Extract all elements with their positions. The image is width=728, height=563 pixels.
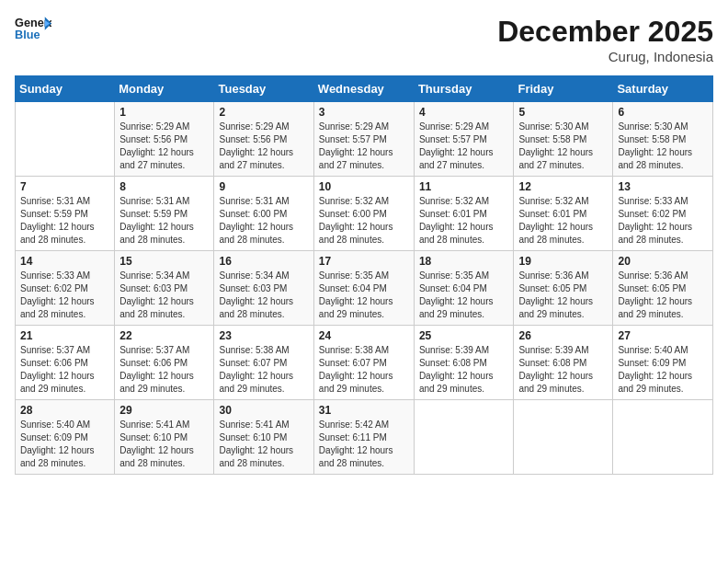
calendar-cell [613,400,713,475]
day-number: 22 [119,329,209,342]
logo: General Blue [15,15,51,42]
cell-content: Sunrise: 5:30 AM Sunset: 5:58 PM Dayligh… [618,121,708,172]
calendar-week-row: 7Sunrise: 5:31 AM Sunset: 5:59 PM Daylig… [16,177,713,251]
weekday-header: Saturday [613,76,713,102]
calendar-cell [414,400,514,475]
day-number: 28 [20,404,109,417]
day-number: 5 [518,106,608,119]
day-number: 2 [219,106,308,119]
calendar-cell: 29Sunrise: 5:41 AM Sunset: 6:10 PM Dayli… [115,400,214,475]
day-number: 12 [518,180,608,193]
cell-content: Sunrise: 5:32 AM Sunset: 6:01 PM Dayligh… [419,195,509,247]
cell-content: Sunrise: 5:38 AM Sunset: 6:07 PM Dayligh… [219,344,308,396]
cell-content: Sunrise: 5:29 AM Sunset: 5:57 PM Dayligh… [319,121,409,172]
cell-content: Sunrise: 5:34 AM Sunset: 6:03 PM Dayligh… [219,270,308,321]
calendar-cell: 30Sunrise: 5:41 AM Sunset: 6:10 PM Dayli… [214,400,313,475]
day-number: 11 [419,180,509,193]
calendar-table: SundayMondayTuesdayWednesdayThursdayFrid… [15,75,713,475]
cell-content: Sunrise: 5:37 AM Sunset: 6:06 PM Dayligh… [119,344,209,396]
calendar-cell: 22Sunrise: 5:37 AM Sunset: 6:06 PM Dayli… [115,326,214,400]
calendar-week-row: 1Sunrise: 5:29 AM Sunset: 5:56 PM Daylig… [16,102,713,177]
calendar-cell: 27Sunrise: 5:40 AM Sunset: 6:09 PM Dayli… [613,326,713,400]
day-number: 27 [618,329,708,342]
day-number: 13 [618,180,708,193]
day-number: 15 [119,255,209,268]
cell-content: Sunrise: 5:35 AM Sunset: 6:04 PM Dayligh… [419,270,509,321]
cell-content: Sunrise: 5:33 AM Sunset: 6:02 PM Dayligh… [20,270,109,321]
calendar-cell: 15Sunrise: 5:34 AM Sunset: 6:03 PM Dayli… [115,251,214,326]
calendar-cell: 21Sunrise: 5:37 AM Sunset: 6:06 PM Dayli… [16,326,115,400]
day-number: 26 [518,329,608,342]
weekday-header: Tuesday [214,76,313,102]
day-number: 4 [419,106,509,119]
calendar-header: SundayMondayTuesdayWednesdayThursdayFrid… [16,76,713,102]
calendar-cell: 10Sunrise: 5:32 AM Sunset: 6:00 PM Dayli… [313,177,414,251]
cell-content: Sunrise: 5:40 AM Sunset: 6:09 PM Dayligh… [618,344,708,396]
day-number: 30 [219,404,308,417]
calendar-cell: 18Sunrise: 5:35 AM Sunset: 6:04 PM Dayli… [414,251,514,326]
weekday-header: Thursday [414,76,514,102]
cell-content: Sunrise: 5:40 AM Sunset: 6:09 PM Dayligh… [20,419,109,470]
cell-content: Sunrise: 5:31 AM Sunset: 6:00 PM Dayligh… [219,195,308,247]
calendar-cell: 4Sunrise: 5:29 AM Sunset: 5:57 PM Daylig… [414,102,514,177]
calendar-cell: 25Sunrise: 5:39 AM Sunset: 6:08 PM Dayli… [414,326,514,400]
day-number: 14 [20,255,109,268]
calendar-cell: 3Sunrise: 5:29 AM Sunset: 5:57 PM Daylig… [313,102,414,177]
cell-content: Sunrise: 5:41 AM Sunset: 6:10 PM Dayligh… [119,419,209,470]
cell-content: Sunrise: 5:36 AM Sunset: 6:05 PM Dayligh… [618,270,708,321]
calendar-cell: 31Sunrise: 5:42 AM Sunset: 6:11 PM Dayli… [313,400,414,475]
day-number: 8 [119,180,209,193]
weekday-header: Monday [115,76,214,102]
calendar-cell: 6Sunrise: 5:30 AM Sunset: 5:58 PM Daylig… [613,102,713,177]
day-number: 1 [119,106,209,119]
calendar-cell: 23Sunrise: 5:38 AM Sunset: 6:07 PM Dayli… [214,326,313,400]
calendar-week-row: 21Sunrise: 5:37 AM Sunset: 6:06 PM Dayli… [16,326,713,400]
cell-content: Sunrise: 5:39 AM Sunset: 6:08 PM Dayligh… [419,344,509,396]
cell-content: Sunrise: 5:29 AM Sunset: 5:56 PM Dayligh… [219,121,308,172]
weekday-header: Friday [514,76,613,102]
calendar-cell: 26Sunrise: 5:39 AM Sunset: 6:08 PM Dayli… [514,326,613,400]
day-number: 6 [618,106,708,119]
calendar-cell: 13Sunrise: 5:33 AM Sunset: 6:02 PM Dayli… [613,177,713,251]
calendar-cell: 8Sunrise: 5:31 AM Sunset: 5:59 PM Daylig… [115,177,214,251]
cell-content: Sunrise: 5:39 AM Sunset: 6:08 PM Dayligh… [518,344,608,396]
day-number: 24 [319,329,409,342]
calendar-cell: 17Sunrise: 5:35 AM Sunset: 6:04 PM Dayli… [313,251,414,326]
day-number: 10 [319,180,409,193]
calendar-cell: 16Sunrise: 5:34 AM Sunset: 6:03 PM Dayli… [214,251,313,326]
calendar-cell: 2Sunrise: 5:29 AM Sunset: 5:56 PM Daylig… [214,102,313,177]
cell-content: Sunrise: 5:42 AM Sunset: 6:11 PM Dayligh… [319,419,409,470]
calendar-week-row: 14Sunrise: 5:33 AM Sunset: 6:02 PM Dayli… [16,251,713,326]
cell-content: Sunrise: 5:34 AM Sunset: 6:03 PM Dayligh… [119,270,209,321]
cell-content: Sunrise: 5:41 AM Sunset: 6:10 PM Dayligh… [219,419,308,470]
day-number: 23 [219,329,308,342]
calendar-cell: 28Sunrise: 5:40 AM Sunset: 6:09 PM Dayli… [16,400,115,475]
cell-content: Sunrise: 5:31 AM Sunset: 5:59 PM Dayligh… [119,195,209,247]
day-number: 7 [20,180,109,193]
title-area: December 2025 Curug, Indonesia [497,15,713,64]
calendar-cell [16,102,115,177]
day-number: 16 [219,255,308,268]
cell-content: Sunrise: 5:30 AM Sunset: 5:58 PM Dayligh… [518,121,608,172]
location-subtitle: Curug, Indonesia [497,49,713,64]
day-number: 20 [618,255,708,268]
day-number: 21 [20,329,109,342]
day-number: 25 [419,329,509,342]
calendar-cell: 20Sunrise: 5:36 AM Sunset: 6:05 PM Dayli… [613,251,713,326]
month-year-title: December 2025 [497,15,713,49]
calendar-cell: 7Sunrise: 5:31 AM Sunset: 5:59 PM Daylig… [16,177,115,251]
calendar-body: 1Sunrise: 5:29 AM Sunset: 5:56 PM Daylig… [16,102,713,475]
calendar-cell: 24Sunrise: 5:38 AM Sunset: 6:07 PM Dayli… [313,326,414,400]
calendar-cell: 11Sunrise: 5:32 AM Sunset: 6:01 PM Dayli… [414,177,514,251]
day-number: 9 [219,180,308,193]
day-number: 18 [419,255,509,268]
calendar-week-row: 28Sunrise: 5:40 AM Sunset: 6:09 PM Dayli… [16,400,713,475]
calendar-cell: 1Sunrise: 5:29 AM Sunset: 5:56 PM Daylig… [115,102,214,177]
cell-content: Sunrise: 5:32 AM Sunset: 6:01 PM Dayligh… [518,195,608,247]
day-number: 29 [119,404,209,417]
general-blue-icon: General Blue [15,15,51,42]
svg-text:Blue: Blue [15,28,40,41]
calendar-cell: 5Sunrise: 5:30 AM Sunset: 5:58 PM Daylig… [514,102,613,177]
calendar-cell: 12Sunrise: 5:32 AM Sunset: 6:01 PM Dayli… [514,177,613,251]
day-number: 3 [319,106,409,119]
